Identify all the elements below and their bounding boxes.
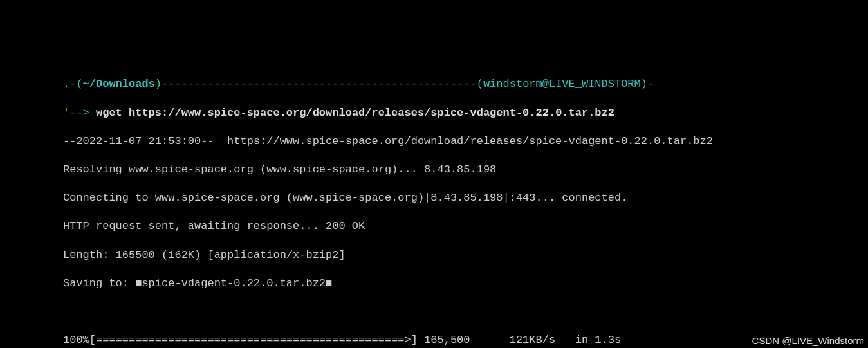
prompt-fill: ----------------------------------------… xyxy=(162,78,477,90)
prompt-at: @ xyxy=(542,78,549,90)
open-user: ( xyxy=(477,78,483,90)
command-wget: wget https://www.spice-space.org/downloa… xyxy=(96,107,614,119)
prompt-line-1: .-(~/Downloads)-------------------------… xyxy=(63,77,868,91)
close-user: )- xyxy=(641,78,654,90)
saving-to-label: Saving to: xyxy=(63,277,135,289)
prompt-dot: . xyxy=(63,78,69,90)
saving-to-file: ■spice-vdagent-0.22.0.tar.bz2■ xyxy=(135,277,332,289)
dash-open: -( xyxy=(69,78,82,90)
blank-1 xyxy=(63,305,868,319)
arrow: --> xyxy=(69,107,96,119)
prompt-line-2: '--> wget https://www.spice-space.org/do… xyxy=(63,106,868,120)
watermark: CSDN @LIVE_Windstorm xyxy=(752,334,864,347)
terminal-output[interactable]: .-(~/Downloads)-------------------------… xyxy=(0,57,868,348)
arrow-quote: ' xyxy=(63,107,69,119)
close-dash: ) xyxy=(155,78,162,90)
wget-output-3: Connecting to www.spice-space.org (www.s… xyxy=(63,191,868,205)
wget-progress: 100%[===================================… xyxy=(63,333,868,347)
wget-output-1: --2022-11-07 21:53:00-- https://www.spic… xyxy=(63,134,868,149)
wget-output-2: Resolving www.spice-space.org (www.spice… xyxy=(63,163,868,177)
prompt-user: windstorm xyxy=(483,78,542,90)
wget-output-6: Saving to: ■spice-vdagent-0.22.0.tar.bz2… xyxy=(63,277,868,291)
wget-output-4: HTTP request sent, awaiting response... … xyxy=(63,219,868,234)
prompt-host: LIVE_WINDSTORM xyxy=(549,78,641,90)
wget-output-5: Length: 165500 (162K) [application/x-bzi… xyxy=(63,248,868,262)
prompt-path: ~/Downloads xyxy=(83,78,155,90)
